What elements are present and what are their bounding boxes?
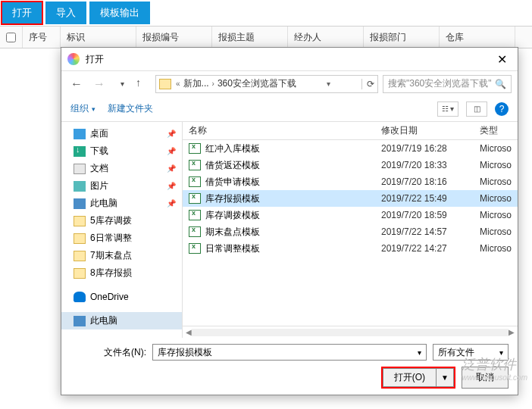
file-row[interactable]: 借货返还模板2019/7/20 18:33Microso (183, 157, 518, 173)
sidebar-item[interactable]: 5库存调拨 (61, 212, 182, 229)
download-icon (74, 146, 86, 157)
sidebar-item[interactable]: 桌面📌 (61, 125, 182, 142)
col-handler[interactable]: 经办人 (288, 27, 364, 48)
breadcrumb-overflow-icon[interactable]: « (176, 80, 180, 88)
select-all-checkbox[interactable] (0, 27, 23, 48)
breadcrumb-part1[interactable]: 新加... (183, 77, 209, 90)
file-row[interactable]: 红冲入库模板2019/7/19 16:28Microso (183, 140, 518, 157)
file-name: 借货申请模板 (205, 176, 381, 189)
organize-menu[interactable]: 组织 (70, 102, 95, 115)
sidebar-label: 下载 (90, 145, 108, 158)
file-list: 名称 修改日期 类型 红冲入库模板2019/7/19 16:28Microso借… (183, 122, 518, 338)
breadcrumb-sep-icon: › (212, 80, 214, 88)
filter-dropdown-icon[interactable]: ▾ (499, 348, 503, 357)
sidebar-item[interactable]: 文档📌 (61, 160, 182, 177)
file-name: 日常调整模板 (205, 242, 381, 255)
file-row[interactable]: 库存调拨模板2019/7/20 18:59Microso (183, 207, 518, 223)
file-type-filter[interactable]: 所有文件 ▾ (433, 344, 509, 361)
help-icon[interactable]: ? (495, 102, 509, 116)
col-warehouse[interactable]: 仓库 (440, 27, 515, 48)
open-file-button[interactable]: 打开(O) (383, 368, 437, 387)
doc-icon (74, 164, 86, 174)
col-name[interactable]: 名称 (189, 124, 381, 137)
pic-icon (74, 181, 86, 192)
sidebar-label: 6日常调整 (90, 232, 132, 245)
sidebar: 桌面📌下载📌文档📌图片📌此电脑📌5库存调拨6日常调整7期末盘点8库存报损OneD… (61, 122, 183, 338)
file-row[interactable]: 日常调整模板2019/7/22 14:27Microso (183, 240, 518, 257)
sidebar-label: 7期末盘点 (90, 249, 132, 262)
breadcrumb-dropdown-icon[interactable]: ▾ (327, 80, 330, 88)
file-type: Microso (480, 226, 518, 237)
col-damage-dept[interactable]: 报损部门 (364, 27, 440, 48)
sidebar-item[interactable]: 8库存报损 (61, 264, 182, 282)
col-damage-subject[interactable]: 报损主题 (212, 27, 288, 48)
dialog-body: 桌面📌下载📌文档📌图片📌此电脑📌5库存调拨6日常调整7期末盘点8库存报损OneD… (61, 122, 518, 338)
open-split-button: 打开(O) ▼ (381, 367, 455, 389)
file-type: Microso (480, 243, 518, 254)
sidebar-item[interactable]: 下载📌 (61, 142, 182, 160)
sidebar-label: 桌面 (90, 127, 108, 140)
sidebar-item-onedrive[interactable]: OneDrive (61, 289, 182, 304)
excel-icon (189, 243, 201, 254)
filename-dropdown-icon[interactable]: ▾ (418, 348, 421, 357)
folder-icon (74, 233, 86, 244)
file-date: 2019/7/22 15:49 (381, 193, 480, 204)
search-input[interactable]: 搜索"360安全浏览器下载" 🔍 (383, 75, 512, 93)
sidebar-item-this-pc[interactable]: 此电脑 (61, 312, 182, 329)
file-name: 红冲入库模板 (205, 142, 381, 155)
col-type[interactable]: 类型 (480, 124, 518, 137)
template-output-button[interactable]: 模板输出 (89, 2, 150, 24)
open-dropdown-button[interactable]: ▼ (437, 368, 454, 387)
file-name: 期末盘点模板 (205, 226, 381, 239)
filename-input[interactable]: 库存报损模板 ▾ (152, 344, 427, 361)
sidebar-item[interactable]: 7期末盘点 (61, 247, 182, 264)
file-row[interactable]: 库存报损模板2019/7/22 15:49Microso (183, 190, 518, 207)
pin-icon: 📌 (167, 147, 176, 155)
excel-icon (189, 226, 201, 237)
file-date: 2019/7/22 14:57 (381, 226, 480, 237)
nav-history-dropdown-icon[interactable]: ▾ (113, 75, 131, 93)
file-type: Microso (480, 176, 518, 187)
file-list-header: 名称 修改日期 类型 (183, 122, 518, 140)
import-button[interactable]: 导入 (45, 2, 86, 24)
breadcrumb-part2[interactable]: 360安全浏览器下载 (217, 77, 296, 90)
refresh-icon[interactable]: ⟳ (361, 79, 374, 89)
file-open-dialog: 打开 ✕ ← → ▾ ↑ « 新加... › 360安全浏览器下载 ▾ ⟳ 搜索… (61, 47, 518, 395)
pc-icon (74, 316, 86, 326)
col-seq[interactable]: 序号 (23, 27, 61, 48)
sidebar-item[interactable]: 6日常调整 (61, 229, 182, 247)
scroll-left-icon[interactable]: ◀ (186, 328, 192, 336)
horizontal-scrollbar[interactable]: ◀ ▶ (183, 326, 518, 338)
file-date: 2019/7/22 14:27 (381, 243, 480, 254)
pc-icon (74, 198, 86, 209)
onedrive-icon (74, 292, 86, 302)
cancel-button[interactable]: 取消 (462, 367, 509, 389)
new-folder-button[interactable]: 新建文件夹 (108, 102, 153, 115)
close-icon[interactable]: ✕ (493, 51, 512, 68)
sidebar-item[interactable]: 图片📌 (61, 177, 182, 195)
search-icon[interactable]: 🔍 (495, 79, 506, 89)
dialog-navbar: ← → ▾ ↑ « 新加... › 360安全浏览器下载 ▾ ⟳ 搜索"360安… (61, 70, 518, 96)
col-date[interactable]: 修改日期 (381, 124, 480, 137)
file-name: 库存报损模板 (205, 192, 381, 205)
open-button[interactable]: 打开 (2, 2, 42, 24)
nav-up-icon[interactable]: ↑ (136, 76, 151, 92)
nav-back-icon[interactable]: ← (67, 75, 86, 93)
pin-icon: 📌 (167, 182, 176, 190)
sidebar-label: 文档 (90, 162, 108, 175)
col-damage-no[interactable]: 报损编号 (136, 27, 212, 48)
folder-icon (74, 251, 86, 261)
col-flag[interactable]: 标识 (61, 27, 136, 48)
scroll-right-icon[interactable]: ▶ (509, 328, 515, 336)
dialog-title: 打开 (86, 53, 104, 66)
dialog-toolbar: 组织 新建文件夹 ☷ ▾ ◫ ? (61, 96, 518, 122)
sidebar-label: 8库存报损 (90, 267, 132, 279)
file-row[interactable]: 借货申请模板2019/7/20 18:16Microso (183, 173, 518, 190)
excel-icon (189, 176, 201, 187)
breadcrumb[interactable]: « 新加... › 360安全浏览器下载 ▾ ⟳ (155, 75, 378, 93)
file-row[interactable]: 期末盘点模板2019/7/22 14:57Microso (183, 223, 518, 240)
preview-pane-button[interactable]: ◫ (466, 101, 487, 117)
file-rows: 红冲入库模板2019/7/19 16:28Microso借货返还模板2019/7… (183, 140, 518, 326)
sidebar-item[interactable]: 此电脑📌 (61, 195, 182, 212)
view-options-button[interactable]: ☷ ▾ (437, 101, 458, 117)
